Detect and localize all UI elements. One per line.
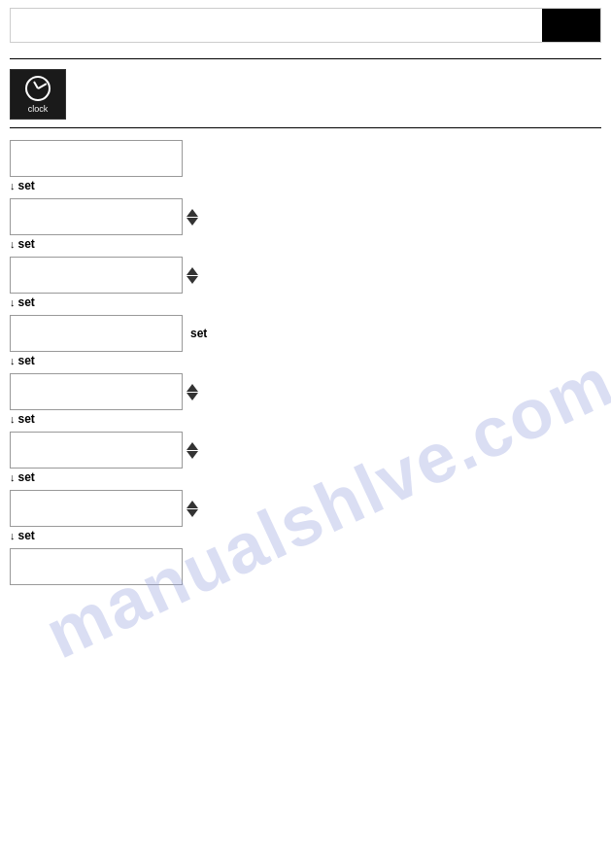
- field-block-8: [10, 548, 601, 585]
- top-bar-black-box: [542, 9, 600, 42]
- input-field-2[interactable]: [10, 198, 183, 235]
- field-row-8: [10, 548, 601, 585]
- field-block-2: ↓ set: [10, 198, 601, 251]
- input-field-4[interactable]: [10, 315, 183, 352]
- spinner-6: [187, 442, 198, 459]
- set-label-row-2: ↓ set: [10, 237, 601, 251]
- input-field-3[interactable]: [10, 257, 183, 294]
- input-field-6[interactable]: [10, 432, 183, 469]
- top-separator: [10, 58, 601, 59]
- field-block-3: ↓ set: [10, 257, 601, 309]
- arrow-down-icon-2: ↓: [10, 238, 16, 250]
- clock-icon-box: clock: [10, 69, 66, 120]
- field-row-1: [10, 140, 601, 177]
- spinner-down-7[interactable]: [187, 509, 198, 517]
- field-row-2: [10, 198, 601, 235]
- spinner-up-2[interactable]: [187, 209, 198, 217]
- input-field-7[interactable]: [10, 490, 183, 527]
- set-text-1: set: [18, 179, 35, 192]
- spinner-2: [187, 209, 198, 226]
- set-text-2: set: [18, 237, 35, 251]
- arrow-down-icon-1: ↓: [10, 180, 16, 191]
- set-label-row-3: ↓ set: [10, 295, 601, 309]
- field-block-1: ↓ set: [10, 140, 601, 192]
- field-block-4: set ↓ set: [10, 315, 601, 367]
- arrow-down-icon-7: ↓: [10, 530, 16, 541]
- field-row-7: [10, 490, 601, 527]
- spinner-7: [187, 501, 198, 517]
- field-row-5: [10, 373, 601, 410]
- main-content: ↓ set ↓ set ↓ set: [0, 128, 611, 601]
- field-row-4: set: [10, 315, 601, 352]
- field-block-6: ↓ set: [10, 432, 601, 484]
- inline-set-label-4: set: [190, 327, 207, 340]
- input-field-5[interactable]: [10, 373, 183, 410]
- field-row-6: [10, 432, 601, 469]
- top-bar: [10, 8, 601, 43]
- input-field-1[interactable]: [10, 140, 183, 177]
- set-label-row-5: ↓ set: [10, 412, 601, 426]
- input-field-8[interactable]: [10, 548, 183, 585]
- clock-icon-inner: clock: [25, 76, 51, 114]
- arrow-down-icon-4: ↓: [10, 355, 16, 366]
- set-text-5: set: [18, 412, 35, 426]
- set-text-7: set: [18, 529, 35, 542]
- set-label-row-4: ↓ set: [10, 354, 601, 367]
- spinner-up-7[interactable]: [187, 501, 198, 508]
- set-text-4: set: [18, 354, 35, 367]
- clock-hand-minute: [38, 83, 47, 88]
- set-label-row-7: ↓ set: [10, 529, 601, 542]
- arrow-down-icon-6: ↓: [10, 471, 16, 483]
- set-text-3: set: [18, 295, 35, 309]
- spinner-down-5[interactable]: [187, 393, 198, 400]
- spinner-down-3[interactable]: [187, 276, 198, 284]
- clock-face: [25, 76, 51, 101]
- top-bar-content: [11, 9, 542, 42]
- spinner-up-5[interactable]: [187, 384, 198, 392]
- field-row-3: [10, 257, 601, 294]
- clock-label: clock: [28, 104, 49, 114]
- arrow-down-icon-3: ↓: [10, 296, 16, 308]
- set-text-6: set: [18, 470, 35, 484]
- field-block-5: ↓ set: [10, 373, 601, 426]
- spinner-5: [187, 384, 198, 400]
- spinner-3: [187, 267, 198, 284]
- spinner-down-6[interactable]: [187, 451, 198, 459]
- spinner-up-6[interactable]: [187, 442, 198, 450]
- arrow-down-icon-5: ↓: [10, 413, 16, 425]
- spinner-down-2[interactable]: [187, 218, 198, 226]
- field-block-7: ↓ set: [10, 490, 601, 542]
- clock-section: clock: [10, 69, 601, 127]
- set-label-row-6: ↓ set: [10, 470, 601, 484]
- set-label-row-1: ↓ set: [10, 179, 601, 192]
- spinner-up-3[interactable]: [187, 267, 198, 275]
